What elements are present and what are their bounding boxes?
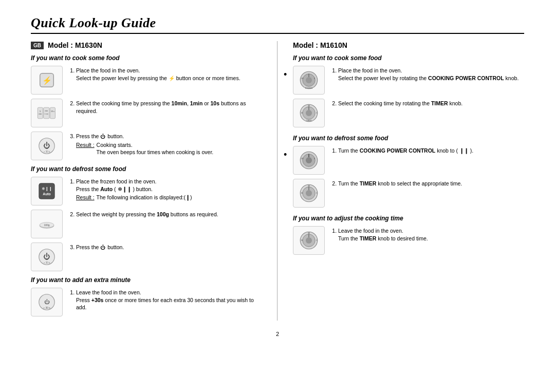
left-defrost-step2: 100g Select the weight by pressing the 1… (31, 210, 262, 238)
svg-point-27 (306, 77, 312, 83)
left-cook-step3: ⏻ + 30 s Press the ⏻ button. Result : Co… (31, 132, 262, 160)
start-button-svg-2: ⏻ + 30 s (37, 247, 57, 267)
right-defrost-title: If you want to defrost some food (293, 135, 524, 142)
right-cook-title: If you want to cook some food (293, 54, 524, 62)
left-cook-step2-content: Select the cooking time by pressing the … (68, 99, 262, 116)
left-cook-step2-text: Select the cooking time by pressing the … (76, 100, 262, 115)
weight-icon: 100g (31, 210, 63, 238)
left-section-cook: If you want to cook some food ⚡ Place th… (31, 54, 262, 160)
right-cook-step2-content: Select the cooking time by rotating the … (330, 99, 524, 109)
defrost-result-label: Result : (76, 194, 95, 201)
result-text: Cooking starts.The oven beeps four times… (97, 141, 214, 156)
left-cook-step3-content: Press the ⏻ button. Result : Cooking sta… (68, 132, 262, 158)
time-buttons-icon: 5 min min 1 min 10 s (31, 99, 63, 127)
weight-svg: 100g (37, 214, 57, 234)
right-model-header: Model : M1610N (293, 41, 524, 49)
page: Quick Look-up Guide GB Model : M1630N If… (0, 0, 555, 392)
left-extra-step1: ⏻ + 30 s Leave the food in the oven. Pre… (31, 288, 262, 316)
defrost-timer-knob-svg: 30 5 25 (299, 183, 319, 203)
svg-text:POWER: POWER (305, 87, 313, 89)
result-label: Result : (76, 141, 95, 156)
svg-text:1 min: 1 min (45, 113, 49, 115)
svg-text:Auto: Auto (43, 192, 51, 196)
right-column: Model : M1610N • If you want to cook som… (278, 41, 524, 321)
svg-text:30°: 30° (301, 158, 304, 160)
plus30s-icon: ⏻ + 30 s (31, 288, 63, 316)
adjust-timer-knob-svg: 30 5 25 (299, 231, 319, 250)
left-model-header: GB Model : M1630N (31, 41, 262, 49)
left-defrost-step3: ⏻ + 30 s Press the ⏻ button. (31, 242, 262, 271)
left-defrost-title: If you want to defrost some food (31, 165, 262, 173)
defrost-power-knob: 30° 0 (293, 146, 325, 175)
svg-text:30: 30 (308, 232, 310, 234)
right-model-title: Model : M1610N (293, 41, 347, 49)
bullet-defrost: • (284, 150, 287, 159)
svg-text:TIMER: TIMER (306, 120, 312, 122)
right-cook-step1-text: Place the food in the oven. Select the p… (338, 67, 524, 82)
defrost-power-knob-svg: 30° 0 (299, 151, 319, 170)
svg-text:+ 30 s: + 30 s (44, 151, 50, 153)
page-title: Quick Look-up Guide (31, 15, 524, 31)
right-section-defrost: • If you want to defrost some food 30° 0 (293, 135, 524, 208)
left-cook-step1-content: Place the food in the oven.Select the po… (68, 66, 262, 84)
left-extra-step1-content: Leave the food in the oven. Press +30s o… (68, 288, 262, 313)
right-adjust-step1-content: Leave the food in the oven. Turn the TIM… (330, 226, 524, 244)
right-defrost-step1: 30° 0 Turn the COOKING POWER CONTROL kno… (293, 146, 524, 175)
power-button-icon: ⚡ (31, 66, 63, 95)
left-cook-step2: 5 min min 1 min 10 s Select the cooking … (31, 99, 262, 127)
timer-knob-icon: 30 5 25 TIMER (293, 99, 325, 127)
left-defrost-step1: ❄❙❙ Auto Place the frozen food in the ov… (31, 177, 262, 206)
page-number: 2 (31, 331, 524, 337)
svg-text:25: 25 (301, 239, 303, 241)
right-defrost-step1-text: Turn the COOKING POWER CONTROL knob to (… (338, 147, 524, 155)
start-button-icon-2: ⏻ + 30 s (31, 242, 63, 271)
auto-button-icon: ❄❙❙ Auto (31, 177, 63, 206)
left-defrost-step3-content: Press the ⏻ button. (68, 242, 262, 253)
defrost-timer-knob: 30 5 25 (293, 179, 325, 208)
svg-text:⚡: ⚡ (42, 76, 52, 85)
svg-text:min: min (45, 110, 48, 112)
defrost-result-text: The following indication is displayed:(❙… (97, 194, 192, 201)
svg-text:⏻: ⏻ (44, 298, 50, 305)
title-section: Quick Look-up Guide (31, 15, 524, 34)
left-extra-title: If you want to add an extra minute (31, 276, 262, 284)
auto-svg: ❄❙❙ Auto (37, 181, 57, 201)
svg-text:100g: 100g (44, 223, 49, 227)
adjust-timer-knob: 30 5 25 (293, 226, 325, 255)
left-model-title: Model : M1630N (48, 41, 102, 49)
svg-text:+ 30 s: + 30 s (43, 307, 50, 309)
left-cook-step1-text: Place the food in the oven.Select the po… (76, 67, 262, 82)
left-extra-step1-text: Leave the food in the oven. Press +30s o… (76, 289, 262, 311)
svg-text:⏻: ⏻ (43, 142, 50, 150)
right-section-cook: • If you want to cook some food POWER 30… (293, 54, 524, 127)
svg-text:30: 30 (308, 105, 310, 107)
right-cook-step2: 30 5 25 TIMER Select the cooking time by… (293, 99, 524, 127)
right-cook-step1: POWER 30° 0 Place the food in the oven. … (293, 66, 524, 95)
svg-text:❄❙❙: ❄❙❙ (42, 186, 52, 191)
right-defrost-step2-text: Turn the TIMER knob to select the approp… (338, 180, 524, 188)
svg-point-34 (306, 110, 312, 116)
bullet-cook: • (284, 70, 287, 79)
power-knob-icon: POWER 30° 0 (293, 66, 325, 95)
svg-text:0: 0 (314, 158, 315, 160)
right-adjust-title: If you want to adjust the cooking time (293, 215, 524, 222)
svg-text:min: min (39, 113, 42, 115)
svg-text:25: 25 (301, 112, 303, 114)
gb-badge: GB (31, 42, 44, 49)
left-defrost-step3-text: Press the ⏻ button. (76, 244, 262, 251)
svg-point-55 (306, 237, 312, 244)
left-defrost-step2-content: Select the weight by pressing the 100g b… (68, 210, 262, 220)
right-defrost-step2-content: Turn the TIMER knob to select the approp… (330, 179, 524, 189)
left-section-extra: If you want to add an extra minute ⏻ + 3… (31, 276, 262, 316)
power-button-svg: ⚡ (37, 70, 57, 90)
svg-rect-8 (50, 107, 55, 119)
svg-text:+ 30 s: + 30 s (44, 262, 50, 264)
left-cook-title: If you want to cook some food (31, 54, 262, 62)
svg-point-48 (306, 190, 312, 196)
left-defrost-step1-text: Place the frozen food in the oven. Press… (76, 178, 262, 201)
right-adjust-step1-text: Leave the food in the oven. Turn the TIM… (338, 227, 524, 242)
plus30s-svg: ⏻ + 30 s (37, 292, 57, 312)
timer-knob-svg: 30 5 25 TIMER (299, 103, 319, 123)
svg-text:10 s: 10 s (51, 110, 54, 113)
right-section-adjust: If you want to adjust the cooking time 3… (293, 215, 524, 255)
